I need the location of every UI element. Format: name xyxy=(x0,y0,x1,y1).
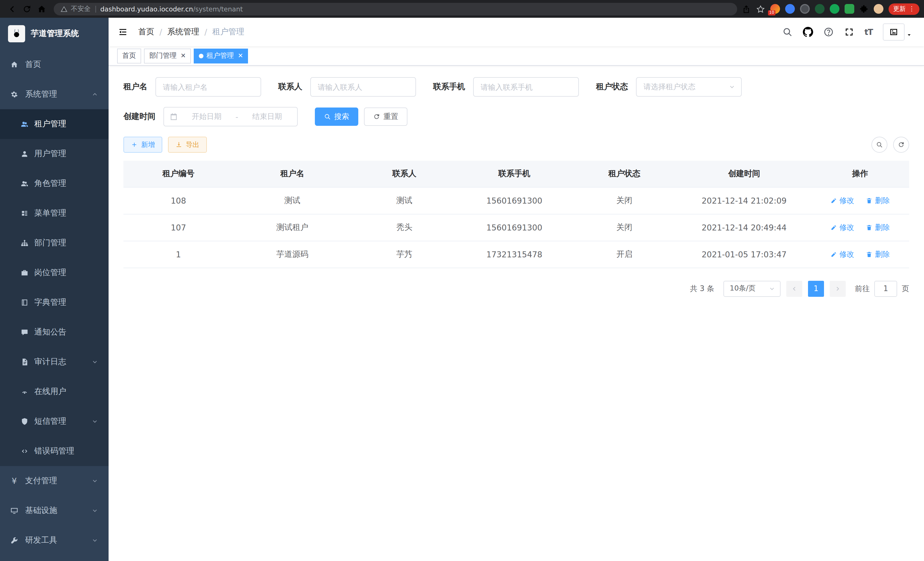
sidebar-item-dept[interactable]: 部门管理 xyxy=(0,228,109,258)
sidebar-item-devtools[interactable]: 研发工具 xyxy=(0,526,109,555)
delete-link[interactable]: 删除 xyxy=(866,249,890,259)
date-range-picker[interactable]: 开始日期 - 结束日期 xyxy=(164,107,298,126)
url-bar[interactable]: 不安全 dashboard.yudao.iocoder.cn/system/te… xyxy=(54,3,737,15)
tab-tenant[interactable]: 租户管理 ✕ xyxy=(194,48,248,63)
col-create-time: 创建时间 xyxy=(677,161,811,187)
sidebar-item-menu[interactable]: 菜单管理 xyxy=(0,199,109,228)
sidebar-item-notice[interactable]: 通知公告 xyxy=(0,317,109,347)
page-content: 租户名 联系人 联系手机 租户状态 请选择租户状态 xyxy=(109,66,924,561)
user-avatar-dropdown[interactable] xyxy=(883,23,913,41)
close-icon[interactable]: ✕ xyxy=(181,52,186,59)
cell-actions: 修改 删除 xyxy=(811,241,909,268)
create-time-label: 创建时间 xyxy=(123,111,155,122)
cell-tenant-id: 1 xyxy=(123,241,233,268)
search-button[interactable]: 搜索 xyxy=(315,108,358,126)
sidebar-item-role[interactable]: 角色管理 xyxy=(0,169,109,199)
gear-icon xyxy=(10,90,18,98)
sidebar-item-dict[interactable]: 字典管理 xyxy=(0,288,109,317)
reset-button[interactable]: 重置 xyxy=(364,108,407,126)
sidebar-item-online-user[interactable]: 在线用户 xyxy=(0,377,109,407)
tab-home[interactable]: 首页 xyxy=(117,48,141,63)
sidebar-item-tenant[interactable]: 租户管理 xyxy=(0,109,109,139)
page-number-button[interactable]: 1 xyxy=(808,281,824,296)
sidebar-item-audit-log[interactable]: 审计日志 xyxy=(0,347,109,377)
page-size-value: 10条/页 xyxy=(730,284,769,293)
sidebar-logo[interactable]: 芋道管理系统 xyxy=(0,18,109,50)
close-icon[interactable]: ✕ xyxy=(238,52,243,59)
goto-page-input[interactable] xyxy=(874,281,897,296)
extension-icon-5[interactable] xyxy=(830,4,839,14)
start-date-placeholder: 开始日期 xyxy=(182,111,231,122)
sidebar-item-error-code[interactable]: 错误码管理 xyxy=(0,436,109,466)
search-button[interactable] xyxy=(782,27,793,37)
range-separator: - xyxy=(236,112,238,121)
sidebar-item-infra[interactable]: 基础设施 xyxy=(0,496,109,526)
cell-mobile: 15601691300 xyxy=(458,214,572,241)
update-button[interactable]: 更新 ⋮ xyxy=(889,3,920,15)
url-path: /system/tenant xyxy=(193,5,243,13)
question-circle-icon xyxy=(824,27,834,37)
pen-icon xyxy=(830,224,837,231)
search-icon xyxy=(782,27,793,37)
extension-icon-6[interactable] xyxy=(844,4,854,14)
extension-icon-4[interactable] xyxy=(815,4,825,14)
sidebar-item-label: 基础设施 xyxy=(25,505,57,516)
cell-create-time: 2021-12-14 20:49:44 xyxy=(677,214,811,241)
search-icon xyxy=(324,113,331,120)
github-button[interactable] xyxy=(803,27,813,37)
cell-actions: 修改 删除 xyxy=(811,214,909,241)
bookmark-star-icon[interactable] xyxy=(756,4,765,14)
show-search-button[interactable] xyxy=(872,137,887,153)
profile-avatar[interactable] xyxy=(874,4,884,14)
filter-tenant-name: 租户名 xyxy=(123,77,261,97)
extension-icon-3[interactable] xyxy=(800,4,810,14)
back-icon[interactable] xyxy=(4,2,20,16)
breadcrumb-home[interactable]: 首页 xyxy=(138,27,154,37)
sidebar-item-home[interactable]: 首页 xyxy=(0,50,109,80)
share-icon[interactable] xyxy=(742,4,751,14)
edit-link[interactable]: 修改 xyxy=(830,249,854,259)
tenant-name-input[interactable] xyxy=(155,77,261,97)
refresh-icon[interactable] xyxy=(20,2,34,16)
help-button[interactable] xyxy=(824,27,834,37)
add-button[interactable]: 新增 xyxy=(123,137,162,153)
cell-mobile: 17321315478 xyxy=(458,241,572,268)
prev-page-button[interactable] xyxy=(786,281,802,296)
browser-actions: 10 更新 ⋮ xyxy=(742,3,920,15)
font-size-button[interactable]: tT xyxy=(865,27,873,37)
font-size-icon: tT xyxy=(865,27,873,37)
extension-icon-1[interactable]: 10 xyxy=(770,4,780,14)
collapse-sidebar-button[interactable] xyxy=(118,27,128,37)
tenant-status-select[interactable]: 请选择租户状态 xyxy=(636,77,742,97)
sidebar-item-post[interactable]: 岗位管理 xyxy=(0,258,109,288)
sidebar-item-pay[interactable]: ¥ 支付管理 xyxy=(0,466,109,496)
download-icon xyxy=(176,141,182,148)
fullscreen-button[interactable] xyxy=(844,27,854,37)
app-shell: 芋道管理系统 首页 系统管理 租户管理 用户管理 xyxy=(0,18,924,561)
sidebar-item-sms[interactable]: 短信管理 xyxy=(0,407,109,436)
refresh-table-button[interactable] xyxy=(893,137,909,153)
chevron-left-icon xyxy=(791,285,798,292)
edit-link[interactable]: 修改 xyxy=(830,222,854,232)
trash-icon xyxy=(866,224,873,231)
sidebar-item-system[interactable]: 系统管理 xyxy=(0,80,109,109)
edit-link[interactable]: 修改 xyxy=(830,195,854,206)
delete-link[interactable]: 删除 xyxy=(866,222,890,232)
export-button[interactable]: 导出 xyxy=(168,137,207,153)
browser-menu-dots-icon: ⋮ xyxy=(909,5,915,13)
next-page-button[interactable] xyxy=(830,281,846,296)
mobile-input[interactable] xyxy=(473,77,579,97)
page-size-select[interactable]: 10条/页 xyxy=(723,281,781,296)
tenant-table: 租户编号 租户名 联系人 联系手机 租户状态 创建时间 操作 108 测试 xyxy=(123,161,909,268)
chevron-down-icon xyxy=(92,507,98,514)
cell-mobile: 15601691300 xyxy=(458,187,572,214)
delete-link[interactable]: 删除 xyxy=(866,195,890,206)
contact-input[interactable] xyxy=(310,77,416,97)
tab-dept[interactable]: 部门管理 ✕ xyxy=(144,48,191,63)
sidebar-item-user[interactable]: 用户管理 xyxy=(0,139,109,169)
home-icon[interactable] xyxy=(34,2,49,16)
sidebar-item-label: 角色管理 xyxy=(34,178,66,189)
extensions-puzzle-icon[interactable] xyxy=(860,4,868,14)
breadcrumb-system[interactable]: 系统管理 xyxy=(167,27,199,37)
extension-icon-2[interactable] xyxy=(785,4,795,14)
